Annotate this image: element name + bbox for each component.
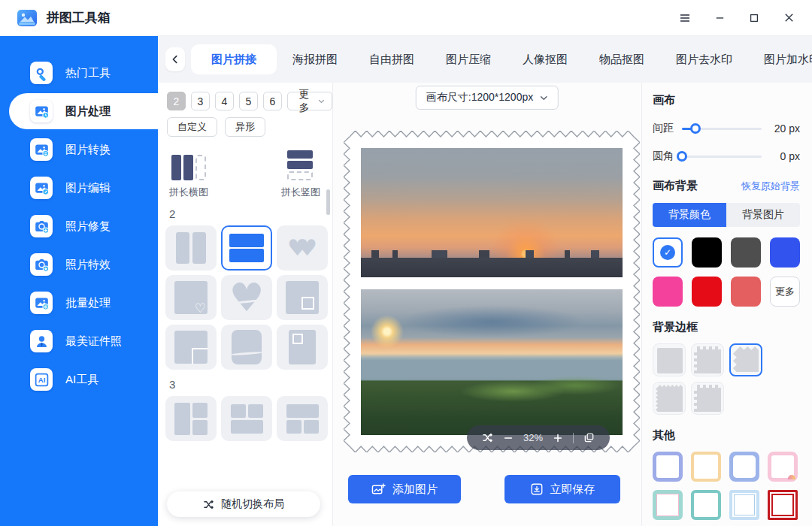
count-button-3[interactable]: 3 — [191, 92, 210, 110]
long-horizontal-stitch-button[interactable] — [171, 155, 206, 180]
sidebar-item-image-convert[interactable]: 图片转换 — [0, 132, 158, 168]
sidebar-item-photo-repair[interactable]: 照片修复 — [0, 208, 158, 244]
layout-tile-bottom-pair[interactable] — [277, 396, 328, 441]
layout-tile-two-rows-selected[interactable] — [221, 225, 272, 271]
sidebar-item-id-photo[interactable]: 最美证件照 — [0, 323, 158, 359]
save-button[interactable]: 立即保存 — [504, 475, 620, 503]
bg-color-tab[interactable]: 背景颜色 — [653, 203, 726, 227]
sidebar-item-label: 图片处理 — [65, 104, 111, 119]
border-style-scallop[interactable] — [691, 382, 724, 415]
frame-teal[interactable] — [691, 490, 721, 520]
zoom-out-icon[interactable] — [503, 433, 514, 443]
count-button-5[interactable]: 5 — [239, 92, 258, 110]
settings-panel: 画布 间距 20 px 圆角 0 px 画布背景 恢复原始背景 背景颜色 背景图… — [642, 83, 812, 526]
check-icon: ✓ — [660, 245, 675, 260]
border-style-fine-zigzag[interactable] — [653, 382, 686, 415]
count-button-4[interactable]: 4 — [215, 92, 234, 110]
count-button-2[interactable]: 2 — [167, 92, 186, 110]
radius-slider[interactable] — [682, 151, 762, 162]
close-button[interactable] — [782, 11, 795, 25]
fit-view-icon[interactable] — [583, 432, 595, 443]
layout-tile-two-columns[interactable] — [165, 225, 217, 271]
spacing-value: 20 px — [768, 122, 800, 135]
count-button-6[interactable]: 6 — [263, 92, 282, 110]
zoom-in-icon[interactable] — [553, 433, 563, 443]
sidebar-item-batch-processing[interactable]: 批量处理 — [0, 285, 158, 321]
layout-tile-two-hearts[interactable]: ♥♥ — [277, 225, 328, 271]
layout-tile-left-column[interactable] — [165, 396, 217, 441]
frame-teal-confetti[interactable] — [653, 490, 683, 520]
frame-red-double[interactable] — [768, 490, 798, 520]
spacing-slider[interactable] — [682, 123, 762, 134]
more-counts-button[interactable]: 更多 — [287, 92, 332, 110]
bg-color-blue[interactable] — [770, 237, 800, 268]
border-style-zigzag-selected[interactable] — [729, 343, 762, 376]
panel-scrollbar[interactable] — [326, 189, 330, 215]
tab-remove-watermark[interactable]: 图片去水印 — [660, 44, 748, 74]
maximize-button[interactable] — [747, 11, 761, 25]
collage-canvas[interactable]: 32% — [344, 131, 640, 452]
sidebar-item-hot-tools[interactable]: 热门工具 — [0, 55, 158, 91]
swap-images-icon[interactable] — [482, 432, 493, 443]
toolbar-divider — [573, 433, 574, 443]
tab-add-watermark[interactable]: 图片加水印 — [748, 44, 812, 74]
custom-layout-button[interactable]: 自定义 — [167, 117, 217, 137]
back-button[interactable] — [165, 47, 185, 71]
photo-sunset-city[interactable] — [361, 148, 623, 277]
other-frames-header: 其他 — [653, 428, 800, 443]
frame-blue-sticker[interactable] — [729, 452, 759, 482]
bg-color-gray[interactable] — [731, 237, 761, 268]
background-type-toggle: 背景颜色 背景图片 — [653, 203, 800, 227]
frame-periwinkle[interactable] — [653, 452, 683, 482]
tab-portrait-cutout[interactable]: 人像抠图 — [507, 44, 583, 74]
sidebar-item-ai-tools[interactable]: AI AI工具 — [0, 361, 158, 398]
bg-image-tab[interactable]: 背景图片 — [726, 203, 800, 227]
long-vertical-stitch-button[interactable] — [287, 150, 313, 180]
frame-pink-rainbow[interactable] — [768, 452, 798, 482]
layout-tile-curved-split[interactable] — [221, 325, 272, 370]
frame-light-blue[interactable] — [729, 490, 759, 520]
spacing-slider-thumb[interactable] — [690, 123, 701, 134]
bg-color-black[interactable] — [692, 237, 722, 268]
radius-slider-thumb[interactable] — [677, 151, 687, 162]
layout-tile-square-inset[interactable] — [277, 275, 328, 320]
border-style-plain[interactable] — [653, 343, 686, 376]
layout-tile-corner-cut[interactable] — [165, 325, 217, 370]
shaped-layout-button[interactable]: 异形 — [225, 117, 265, 137]
border-style-square-tooth[interactable] — [691, 343, 724, 376]
frame-cream[interactable] — [691, 452, 721, 482]
layout-tile-square-heart-corner[interactable]: ♡ — [165, 275, 217, 320]
random-layout-button[interactable]: 随机切换布局 — [167, 491, 320, 517]
sidebar-item-photo-effects[interactable]: 照片特效 — [0, 246, 158, 283]
svg-text:AI: AI — [38, 376, 45, 384]
tab-image-compress[interactable]: 图片压缩 — [430, 44, 507, 74]
photo-lake-forest[interactable] — [361, 289, 623, 435]
tab-poster-collage[interactable]: 海报拼图 — [277, 44, 353, 74]
border-style-tiles — [653, 343, 800, 415]
canvas-zoom-toolbar: 32% — [467, 425, 610, 450]
bg-color-pink[interactable] — [653, 277, 683, 307]
menu-icon[interactable] — [678, 11, 692, 25]
shuffle-icon — [203, 499, 214, 510]
layout-tile-top-pair[interactable] — [221, 396, 272, 441]
tab-object-cutout[interactable]: 物品抠图 — [583, 44, 660, 74]
tab-free-collage[interactable]: 自由拼图 — [353, 44, 430, 74]
layout-tile-portrait-inset[interactable] — [277, 325, 328, 370]
bg-color-red[interactable] — [692, 277, 722, 307]
bg-color-white-selected[interactable]: ✓ — [653, 237, 683, 268]
restore-background-link[interactable]: 恢复原始背景 — [741, 180, 800, 193]
long-vertical-label: 拼长竖图 — [281, 186, 320, 199]
bg-color-salmon[interactable] — [731, 277, 761, 307]
minimize-button[interactable] — [713, 11, 726, 25]
sidebar-item-image-processing[interactable]: 图片处理 — [9, 93, 158, 129]
layout-tile-split-heart[interactable]: ♥ — [221, 275, 272, 320]
sidebar-item-label: 热门工具 — [65, 66, 111, 80]
image-edit-icon — [30, 177, 53, 199]
tab-image-stitch[interactable]: 图片拼接 — [191, 44, 277, 74]
sidebar-item-image-edit[interactable]: 图片编辑 — [0, 170, 158, 206]
background-border-header: 背景边框 — [653, 320, 800, 334]
add-image-button[interactable]: 添加图片 — [348, 475, 461, 503]
sidebar-item-label: 图片编辑 — [65, 181, 111, 195]
canvas-size-dropdown[interactable]: 画布尺寸:1200*1200px — [416, 86, 559, 110]
more-colors-button[interactable]: 更多 — [770, 277, 800, 307]
